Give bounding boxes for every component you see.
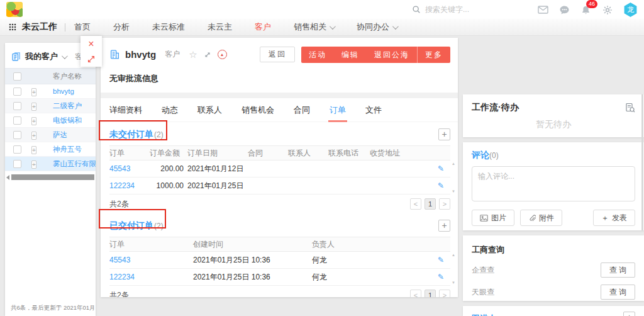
next-page-button[interactable]: >: [439, 198, 450, 210]
tab-contracts[interactable]: 合同: [294, 98, 310, 122]
user-avatar[interactable]: 龙: [623, 3, 638, 17]
prev-page-button[interactable]: <: [410, 198, 421, 210]
customer-row[interactable]: + 二级客户: [5, 99, 96, 113]
add-order-button[interactable]: +: [438, 220, 450, 232]
row-checkbox[interactable]: [13, 131, 21, 139]
expand-row-icon[interactable]: +: [31, 161, 36, 169]
comment-input[interactable]: [472, 166, 635, 201]
scrollbar-thumb[interactable]: [11, 174, 94, 180]
workspace-title[interactable]: 未云工作: [22, 21, 57, 33]
workflow-title: 工作流·待办: [472, 102, 519, 113]
activity-button[interactable]: 活动: [301, 47, 334, 63]
row-checkbox[interactable]: [13, 116, 21, 125]
panel-controls: ×: [80, 36, 102, 67]
add-order-button[interactable]: +: [438, 128, 450, 140]
vertical-scrollbar-thumb[interactable]: [641, 94, 643, 230]
select-all-checkbox[interactable]: [13, 72, 21, 81]
customer-link[interactable]: 神舟五号: [53, 145, 96, 154]
col-address: 收货地址: [370, 148, 414, 159]
tab-contacts[interactable]: 联系人: [197, 98, 222, 122]
customer-link[interactable]: 二级客户: [53, 101, 96, 111]
edit-pencil-icon[interactable]: ✎: [438, 273, 444, 281]
back-button[interactable]: 返回: [260, 47, 295, 62]
customer-link[interactable]: 电饭锅和: [53, 116, 96, 125]
customer-row[interactable]: + 神舟五号: [5, 142, 96, 157]
order-link[interactable]: 122234: [109, 181, 150, 190]
detail-header: bhvytg 客户 ☆ ▴ 返回 活动 编辑 退回公海 更多: [101, 38, 458, 63]
nav-item-standard[interactable]: 未云标准: [152, 21, 185, 33]
nav-item-sales[interactable]: 销售相关: [294, 21, 334, 33]
gear-icon[interactable]: [602, 4, 613, 15]
tab-orders[interactable]: 订单: [330, 98, 346, 122]
order-link[interactable]: 45543: [109, 164, 150, 173]
current-page[interactable]: 1: [425, 198, 436, 210]
nav-item-customers[interactable]: 客户: [255, 21, 271, 33]
star-icon[interactable]: ☆: [189, 49, 197, 60]
customer-row[interactable]: + 电饭锅和: [5, 113, 96, 128]
expand-row-icon[interactable]: +: [31, 117, 36, 125]
nav-item-home[interactable]: 首页: [74, 21, 91, 33]
delivered-orders-table: 订单 创建时间 负责人 45543 2021年01月25日 10:36 何龙 ✎…: [109, 237, 450, 297]
image-button[interactable]: 图片: [472, 210, 514, 226]
seal-icon: ▴: [218, 50, 227, 59]
customer-row[interactable]: + bhvytg: [5, 84, 96, 99]
add-follower-button[interactable]: +: [623, 312, 635, 316]
scroll-up-icon[interactable]: ▲: [451, 253, 456, 257]
bell-icon[interactable]: 46: [580, 4, 591, 15]
expand-row-icon[interactable]: +: [31, 103, 36, 111]
close-icon[interactable]: ×: [88, 39, 94, 49]
nav-item-collaboration-label: 协同办公: [357, 21, 389, 33]
app-logo[interactable]: [6, 2, 23, 17]
nav-item-collaboration[interactable]: 协同办公: [357, 21, 397, 33]
horizontal-scrollbar[interactable]: [6, 174, 94, 180]
lookup-button[interactable]: 查 询: [601, 262, 635, 278]
post-comment-button[interactable]: ＋ 发表: [593, 210, 635, 226]
tab-activity[interactable]: 动态: [162, 98, 178, 122]
edit-pencil-icon[interactable]: ✎: [438, 164, 444, 173]
customer-row-selected[interactable]: + 雾山五行有限: [5, 157, 96, 171]
scroll-down-icon[interactable]: ▼: [451, 281, 456, 285]
nav-item-main[interactable]: 未云主: [208, 21, 232, 33]
edit-pencil-icon[interactable]: ✎: [438, 181, 444, 190]
customer-link[interactable]: 萨达: [53, 130, 96, 140]
nav-item-analysis[interactable]: 分析: [113, 21, 130, 33]
edit-button[interactable]: 编辑: [334, 47, 367, 63]
more-button[interactable]: 更多: [418, 47, 450, 63]
row-checkbox[interactable]: [13, 145, 21, 154]
tab-opportunities[interactable]: 销售机会: [242, 98, 274, 122]
edit-pencil-icon[interactable]: ✎: [438, 256, 444, 264]
apps-grid-icon[interactable]: [9, 23, 16, 31]
row-checkbox[interactable]: [13, 160, 21, 168]
order-link[interactable]: 122234: [109, 273, 193, 281]
workflow-search-icon[interactable]: [625, 103, 635, 113]
prev-page-button[interactable]: <: [410, 290, 421, 297]
expand-row-icon[interactable]: +: [31, 132, 36, 140]
search-placeholder: 搜索关键字...: [425, 4, 469, 15]
chat-icon[interactable]: [559, 4, 570, 15]
global-search-input[interactable]: 搜索关键字...: [412, 3, 469, 16]
attachment-button[interactable]: 附件: [520, 210, 562, 226]
fullscreen-icon[interactable]: [204, 51, 211, 59]
customer-link[interactable]: 雾山五行有限: [53, 159, 96, 169]
view-selector[interactable]: 我的客户: [25, 51, 58, 62]
scroll-down-icon[interactable]: ▼: [451, 189, 456, 193]
scroll-left-icon[interactable]: [6, 175, 9, 180]
tab-files[interactable]: 文件: [365, 98, 382, 122]
return-to-pool-button[interactable]: 退回公海: [367, 47, 417, 63]
row-checkbox[interactable]: [13, 87, 21, 96]
customer-row[interactable]: + 萨达: [5, 128, 96, 142]
current-page[interactable]: 1: [425, 290, 436, 297]
customer-link[interactable]: bhvytg: [53, 87, 96, 95]
next-page-button[interactable]: >: [439, 290, 450, 297]
expand-panel-icon[interactable]: [87, 55, 96, 64]
comment-toolbar: 图片 附件 ＋ 发表: [472, 210, 635, 226]
table-header-row: 订单 订单金额 订单日期 合同 联系人 联系电话 收货地址: [109, 145, 450, 161]
tab-details[interactable]: 详细资料: [109, 98, 142, 122]
scroll-up-icon[interactable]: ▲: [451, 162, 456, 166]
mail-icon[interactable]: [538, 4, 548, 15]
expand-row-icon[interactable]: +: [31, 146, 36, 154]
row-checkbox[interactable]: [13, 102, 21, 110]
lookup-button[interactable]: 查 询: [601, 285, 635, 300]
expand-row-icon[interactable]: +: [31, 88, 36, 96]
order-link[interactable]: 45543: [109, 256, 193, 264]
